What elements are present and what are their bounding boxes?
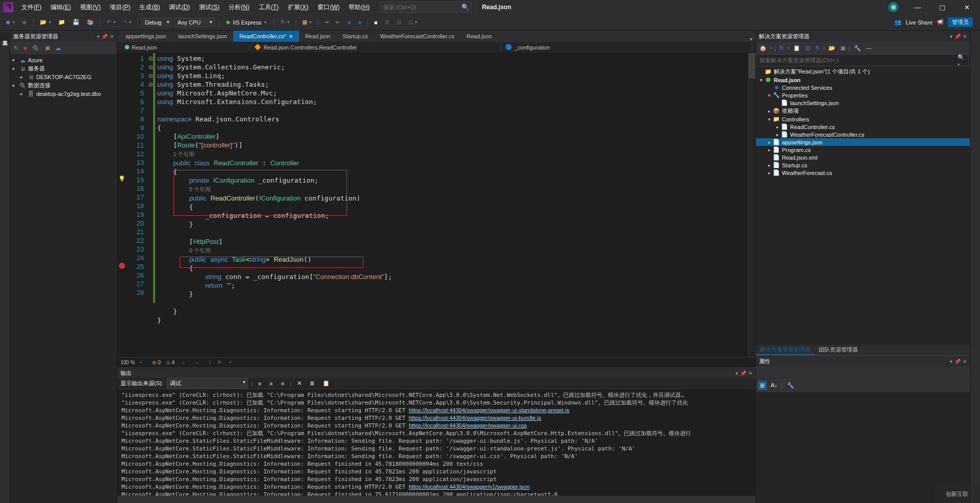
solution-tree-row[interactable]: ▸📦依赖项 (756, 107, 970, 115)
props-wrench-icon[interactable]: 🔧 (785, 381, 797, 390)
menu-调试[interactable]: 调试(D) (165, 1, 194, 14)
solution-tree-row[interactable]: ⊕Connected Services (756, 84, 970, 91)
solution-tree-row[interactable]: 📄Read.json.xml (756, 154, 970, 161)
code-editor[interactable]: 💡 12345678910111213141516171819202122232… (117, 53, 755, 357)
nav-fwd-button[interactable]: ◉ (19, 17, 30, 27)
output-clear-icon[interactable]: ✕ (295, 379, 304, 388)
run-button[interactable]: ▶IIS Express▾ (223, 17, 271, 27)
menu-帮助[interactable]: 帮助(H) (345, 1, 374, 14)
menu-生成[interactable]: 生成(B) (135, 1, 164, 14)
sol-pin-icon[interactable]: 📌 (954, 34, 961, 39)
solution-search[interactable]: 🔍▾ (757, 54, 969, 66)
solution-tree-row[interactable]: ▸📄Program.cs (756, 146, 970, 154)
maximize-button[interactable]: ▢ (932, 2, 952, 13)
solution-tree-row[interactable]: 📁解决方案"Read.json"(1 个项目/共 1 个) (756, 67, 970, 76)
props-categorized-icon[interactable]: ⊞ (758, 381, 767, 390)
nav-back-button[interactable]: ◉▾ (3, 17, 17, 27)
stop-icon[interactable]: ■ (22, 44, 29, 52)
solution-tree-row[interactable]: 📄launchSettings.json (756, 99, 970, 107)
toolbox-tab[interactable]: 工具箱 (0, 33, 10, 41)
pin-icon[interactable]: 📌 (102, 34, 108, 39)
sol-close-icon[interactable]: ✕ (963, 34, 967, 39)
tree-row[interactable]: ▸🗄desktop-ac7g2eg.test.dbo (10, 90, 117, 98)
output-pin-icon[interactable]: 📌 (740, 370, 746, 376)
quick-launch[interactable]: 🔍 (380, 2, 472, 13)
menu-工具[interactable]: 工具(T) (255, 1, 283, 14)
sol-wrench-icon[interactable]: 🔧 (852, 44, 863, 53)
file-tab[interactable]: ReadController.cs* ✕ (233, 31, 299, 42)
menu-窗口[interactable]: 窗口(W) (313, 1, 344, 14)
props-alpha-icon[interactable]: A↓ (768, 381, 780, 390)
sol-tool-1[interactable]: ↻ (778, 44, 786, 53)
solution-tree-row[interactable]: ▾📁Controllers (756, 115, 970, 123)
open-button[interactable]: 📁 (56, 17, 68, 27)
platform-dropdown[interactable]: Any CPU (174, 18, 215, 27)
menu-项目[interactable]: 项目(P) (106, 1, 134, 14)
menu-分析[interactable]: 分析(N) (225, 1, 254, 14)
save-all-button[interactable]: 📚 (84, 17, 96, 27)
tab-solution-explorer[interactable]: 解决方案资源管理器 (756, 345, 815, 355)
props-pin-icon[interactable]: 📌 (954, 359, 961, 364)
file-tab[interactable]: Read.json (299, 31, 337, 42)
close-button[interactable]: ✕ (957, 2, 977, 13)
tool-btn-3[interactable]: ⇤ (333, 17, 343, 27)
azure-icon[interactable]: ☁ (54, 44, 62, 53)
output-source-dropdown[interactable]: 调试 (166, 378, 248, 389)
close-panel-icon[interactable]: ✕ (110, 34, 114, 39)
output-content[interactable]: "iisexpress.exe" (CoreCLR: clrhost): 已加载… (117, 389, 755, 496)
tool-btn-7[interactable]: ⊞ (382, 17, 392, 27)
liveshare-icon[interactable]: 👥 (894, 19, 901, 26)
feedback-icon[interactable]: 📢 (937, 19, 944, 26)
config-dropdown[interactable]: Debug (141, 18, 172, 27)
tree-row[interactable]: ▾🖥服务器 (10, 64, 117, 73)
dropdown-icon[interactable]: ▾ (97, 34, 100, 39)
user-badge[interactable]: 创 (888, 2, 898, 12)
solution-tree-row[interactable]: ▸📄WeatherForecast.cs (756, 169, 970, 177)
sol-refresh-icon[interactable]: ↻ (814, 44, 821, 53)
output-close-icon[interactable]: ✕ (748, 370, 752, 376)
tab-team-explorer[interactable]: 团队资源管理器 (815, 345, 862, 355)
solution-tree-row[interactable]: ▸📄ReadController.cs (756, 123, 970, 131)
sol-tool-8[interactable]: — (865, 44, 873, 52)
minimize-button[interactable]: — (908, 2, 928, 13)
connect-icon[interactable]: 🔌 (31, 44, 41, 53)
search-icon[interactable]: 🔍 (461, 4, 469, 11)
menu-测试[interactable]: 测试(S) (195, 1, 224, 14)
solution-search-input[interactable] (760, 57, 958, 63)
sol-search-icon[interactable]: 🔍▾ (958, 54, 966, 67)
new-project-button[interactable]: 📂▾ (37, 17, 54, 27)
flag-icon[interactable]: 🏳 (216, 360, 224, 365)
refresh-icon[interactable]: ↻ (12, 44, 20, 53)
tree-row[interactable]: ▾☁Azure (10, 56, 117, 64)
sol-dropdown-icon[interactable]: ▾ (950, 34, 952, 39)
zoom-level[interactable]: 100 % (120, 360, 135, 365)
scroll-map[interactable]: ▭ ⊕ (748, 53, 755, 357)
solution-tree-row[interactable]: ▾🔧Properties (756, 91, 970, 99)
file-tab[interactable]: appsettings.json (119, 31, 173, 42)
tool-btn-2[interactable]: ⇥ (322, 17, 331, 27)
tool-btn-6[interactable]: ■ (372, 18, 380, 27)
context-class[interactable]: 🔶Read.json.Controllers.ReadController (250, 44, 501, 51)
tool-btn-8[interactable]: ⊟ (394, 17, 404, 27)
sol-home-icon[interactable]: 🏠 (758, 44, 768, 53)
sol-tool-6[interactable]: ⊞ (839, 44, 847, 53)
menu-扩展[interactable]: 扩展(X) (284, 1, 312, 14)
sol-tool-5[interactable]: 📂 (827, 44, 837, 53)
props-dropdown-icon[interactable]: ▾ (950, 359, 952, 364)
liveshare-label[interactable]: Live Share (905, 19, 933, 26)
output-tool-3[interactable]: ≡ (278, 379, 286, 388)
tool-btn-9[interactable]: ⊡▾ (406, 17, 420, 27)
nav-prev-icon[interactable]: ← (180, 360, 188, 365)
solution-tree-row[interactable]: ▸📄appsettings.json (756, 138, 970, 146)
output-wrap-icon[interactable]: ≣ (307, 379, 317, 388)
menu-文件[interactable]: 文件(F) (17, 1, 45, 14)
file-tab[interactable]: WeatherForecastController.cs (374, 31, 460, 42)
output-tool-1[interactable]: ≡ (256, 379, 264, 388)
tab-overflow-icon[interactable]: ▾ (747, 36, 755, 42)
tool-btn-5[interactable]: ≡ (356, 18, 364, 27)
context-project[interactable]: ⬢Read.json (120, 44, 250, 51)
breakpoint-gutter[interactable]: 💡 (117, 53, 127, 357)
props-close-icon[interactable]: ✕ (963, 359, 967, 364)
output-tool-6[interactable]: 📋 (320, 379, 332, 388)
undo-button[interactable]: ↶▾ (104, 17, 118, 27)
